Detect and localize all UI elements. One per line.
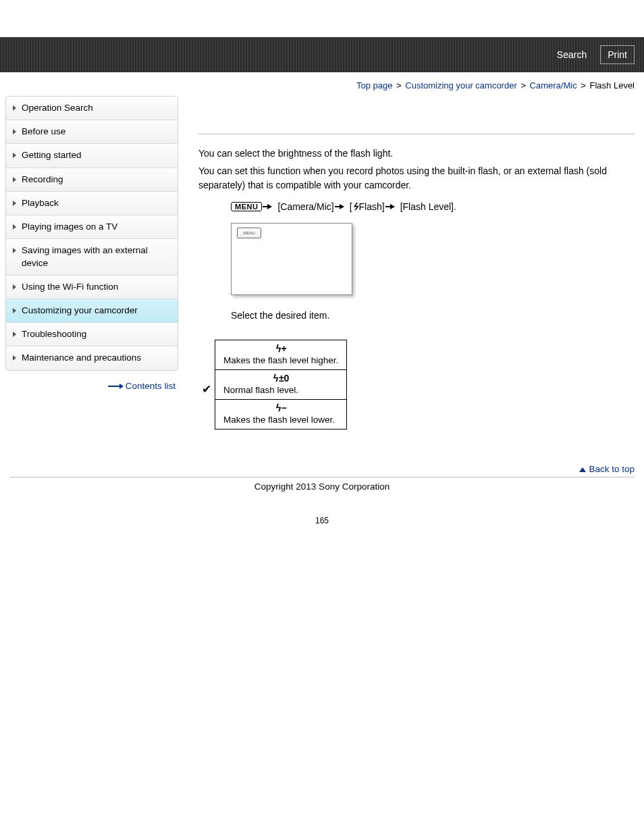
search-button[interactable]: Search xyxy=(550,46,593,63)
sidebar-item[interactable]: Playback xyxy=(6,192,178,215)
sidebar-item-label: Before use xyxy=(22,126,65,138)
sidebar: Operation SearchBefore useGetting starte… xyxy=(5,96,178,391)
intro-paragraph-2: You can set this function when you recor… xyxy=(198,164,635,192)
sidebar-item[interactable]: Recording xyxy=(6,168,178,192)
sidebar-item-label: Customizing your camcorder xyxy=(22,305,138,317)
print-button[interactable]: Print xyxy=(600,45,635,64)
caret-right-icon xyxy=(13,177,16,182)
sidebar-item[interactable]: Using the Wi-Fi function xyxy=(6,276,178,299)
check-cell xyxy=(198,340,215,373)
caret-right-icon xyxy=(13,332,16,337)
sidebar-nav: Operation SearchBefore useGetting starte… xyxy=(5,96,178,371)
option-cell: ϟ+Makes the flash level higher. xyxy=(215,340,347,369)
sidebar-item-label: Recording xyxy=(22,174,63,186)
step-2-text: Select the desired item. xyxy=(231,310,635,321)
menu-badge-icon: MENU xyxy=(231,202,262,211)
sidebar-item[interactable]: Maintenance and precautions xyxy=(6,346,178,369)
arrow-right-icon xyxy=(390,204,395,209)
sidebar-item[interactable]: Operation Search xyxy=(6,97,178,120)
main-content: You can select the brightness of the fla… xyxy=(178,90,644,439)
option-description: Makes the flash level lower. xyxy=(223,415,338,425)
options-table: ϟ+Makes the flash level higher.ϟ±0Normal… xyxy=(215,340,347,429)
sidebar-item-label: Operation Search xyxy=(22,102,93,114)
options-table-wrap: ✔ ϟ+Makes the flash level higher.ϟ±0Norm… xyxy=(198,340,635,439)
option-cell: ϟ−Makes the flash level lower. xyxy=(215,399,347,429)
sidebar-item[interactable]: Getting started xyxy=(6,144,178,167)
caret-right-icon xyxy=(13,201,16,206)
option-description: Makes the flash level higher. xyxy=(223,355,338,365)
page-number: 165 xyxy=(0,516,644,525)
divider xyxy=(198,134,635,134)
sidebar-item[interactable]: Before use xyxy=(6,120,178,144)
caret-right-icon xyxy=(13,129,16,134)
breadcrumb-top[interactable]: Top page xyxy=(356,80,393,90)
menu-path: MENU [Camera/Mic] [ϟFlash] [Flash Level]… xyxy=(231,201,635,212)
sidebar-item[interactable]: Customizing your camcorder xyxy=(6,299,178,323)
caret-right-icon xyxy=(13,284,16,290)
checkmark-icon: ✔ xyxy=(202,382,211,396)
menu-path-flash-level: [Flash Level]. xyxy=(400,201,456,212)
breadcrumb-customizing[interactable]: Customizing your camcorder xyxy=(405,80,516,90)
top-bar: Search Print xyxy=(0,37,644,72)
sidebar-item-label: Getting started xyxy=(22,149,82,161)
sidebar-item[interactable]: Saving images with an external device xyxy=(6,239,178,275)
check-cell xyxy=(198,406,215,439)
sidebar-item-label: Troubleshooting xyxy=(22,328,86,340)
flash-level-icon: ϟ− xyxy=(275,402,287,413)
option-cell: ϟ±0Normal flash level. xyxy=(215,369,347,399)
screen-menu-badge: MENU xyxy=(237,228,261,238)
flash-level-icon: ϟ+ xyxy=(275,343,287,354)
option-description: Normal flash level. xyxy=(223,385,338,395)
arrow-right-icon xyxy=(340,204,344,209)
sidebar-item-label: Using the Wi-Fi function xyxy=(22,281,118,293)
caret-right-icon xyxy=(13,153,16,158)
intro-paragraph-1: You can select the brightness of the fla… xyxy=(198,147,635,160)
caret-right-icon xyxy=(13,308,16,313)
sidebar-item-label: Maintenance and precautions xyxy=(22,352,141,364)
sidebar-item-label: Playback xyxy=(22,197,59,209)
sidebar-item[interactable]: Troubleshooting xyxy=(6,323,178,346)
contents-list-link[interactable]: Contents list xyxy=(126,381,176,391)
caret-right-icon xyxy=(13,248,16,253)
screen-illustration: MENU xyxy=(231,223,352,295)
caret-right-icon xyxy=(13,224,16,230)
back-to-top-link[interactable]: Back to top xyxy=(589,464,635,474)
arrow-right-icon xyxy=(108,386,123,387)
breadcrumb-camera-mic[interactable]: Camera/Mic xyxy=(530,80,577,90)
menu-path-flash: [ϟFlash] xyxy=(350,201,385,212)
flash-level-icon: ϟ±0 xyxy=(273,373,289,384)
arrow-right-icon xyxy=(267,204,272,209)
check-cell: ✔ xyxy=(198,373,215,406)
menu-path-camera: [Camera/Mic] xyxy=(277,201,333,212)
flash-icon: ϟ xyxy=(351,201,358,212)
breadcrumb-current: Flash Level xyxy=(590,80,635,90)
copyright-text: Copyright 2013 Sony Corporation xyxy=(0,481,644,492)
caret-right-icon xyxy=(13,105,16,111)
triangle-up-icon xyxy=(579,467,586,472)
breadcrumb: Top page > Customizing your camcorder > … xyxy=(0,72,644,90)
sidebar-item[interactable]: Playing images on a TV xyxy=(6,215,178,239)
caret-right-icon xyxy=(13,355,16,361)
sidebar-item-label: Playing images on a TV xyxy=(22,221,117,233)
sidebar-item-label: Saving images with an external device xyxy=(22,244,171,269)
divider xyxy=(9,477,635,477)
check-column: ✔ xyxy=(198,340,215,439)
